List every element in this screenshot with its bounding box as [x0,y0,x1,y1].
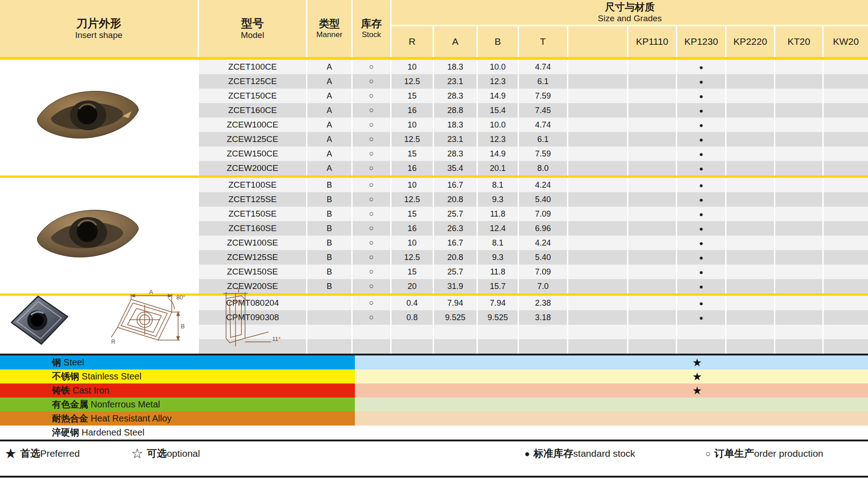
cell-KP1110 [628,89,676,103]
cell-A [434,325,476,339]
insert-shape-cell [0,325,198,339]
cell-KT20 [775,325,822,339]
manner-label-zh: 类型 [319,17,340,30]
cell-blank [568,310,627,325]
cell-KP1110 [628,207,676,221]
cell-manner: B [307,221,351,236]
cell-B: 14.9 [478,89,518,103]
insert-shape-cell [0,192,198,207]
cell-T: 6.1 [519,132,567,147]
column-header-KT20: KT20 [775,26,822,57]
material-tint-band [355,369,868,383]
cell-blank [568,221,627,236]
material-bar-heat-resistant-alloy: 耐热合金 Heat Resistant Alloy [0,412,868,426]
cell-KP1230: ● [677,147,725,161]
material-color-band: 钢 Steel [0,355,355,369]
column-header-T: T [519,26,567,57]
material-label-en: Nonferrous Metal [88,399,160,409]
column-group-size-grades: 尺寸与材质 Size and Grades RABTKP1110KP1230KP… [392,0,868,57]
cell-B: 10.0 [478,118,518,132]
material-label-en: Steel [61,357,84,367]
material-label-zh: 有色金属 [52,399,88,409]
cell-stock: ○ [353,296,390,310]
cell-KP1110 [628,118,676,132]
column-header-stock: 库存 Stock [353,0,390,57]
cell-KP1110 [628,279,676,293]
cell-R: 10 [392,178,433,192]
cell-KT20 [775,89,822,103]
cell-KT20 [775,279,822,293]
cell-KP2220 [726,89,774,103]
cell-T: 6.96 [519,221,567,236]
cell-KP2220 [726,207,774,221]
insert-shape-label-en: Insert shape [75,30,123,41]
cell-stock: ○ [353,60,390,74]
cell-stock: ○ [353,192,390,207]
insert-shape-cell [0,161,198,175]
cell-model: CPMT080204 [199,296,306,310]
cell-KT20 [775,118,822,132]
cell-KP1110 [628,103,676,118]
cell-KP2220 [726,103,774,118]
cell-KP1110 [628,178,676,192]
cell-B: 10.0 [478,60,518,74]
cell-manner [307,296,351,310]
cell-R: 15 [392,147,433,161]
cell-manner: A [307,161,351,175]
cell-KP2220 [726,339,774,354]
material-color-band: 淬硬钢 Hardened Steel [0,426,355,440]
cell-stock: ○ [353,221,390,236]
insert-shape-cell [0,103,198,118]
insert-shape-cell [0,89,198,103]
catalog-page: 刀片外形 Insert shape 型号 Model 类型 Manner 库存 … [0,0,868,478]
cell-B: 8.1 [478,178,518,192]
cell-KP1230: ● [677,118,725,132]
order-production-circle-icon: ○ [705,449,711,458]
cell-A: 28.3 [434,89,476,103]
cell-KP2220 [726,192,774,207]
insert-shape-cell [0,221,198,236]
table-row: ZCET100CEA○1018.310.04.74● [0,60,868,74]
material-label-zh: 淬硬钢 [52,427,79,437]
cell-T: 4.74 [519,60,567,74]
manner-label-en: Manner [316,30,343,39]
cell-KP2220 [726,279,774,293]
material-tint-band [355,412,868,426]
cell-blank [568,296,627,310]
cell-stock: ○ [353,279,390,293]
cell-KP1110 [628,221,676,236]
legend-standard-stock-en: standard stock [573,448,635,459]
cell-KP1110 [628,192,676,207]
cell-stock: ○ [353,178,390,192]
insert-shape-cell [0,236,198,250]
cell-A: 7.94 [434,296,476,310]
material-color-band: 不锈钢 Stainless Steel [0,369,355,383]
cell-model: ZCEW200SE [199,279,306,293]
cell-KP2220 [726,221,774,236]
material-label: 有色金属 Nonferrous Metal [0,398,160,411]
cell-A: 18.3 [434,60,476,74]
cell-KT20 [775,339,822,354]
cell-KW20 [824,89,868,103]
material-tint-band [355,426,868,440]
column-header-insert-shape: 刀片外形 Insert shape [0,0,198,57]
cell-KP1110 [628,161,676,175]
cell-B: 12.3 [478,132,518,147]
cell-KP1110 [628,325,676,339]
cell-blank [568,118,627,132]
cell-B: 8.1 [478,236,518,250]
legend-bar: ★ 首选 Preferred ☆ 可选 optional ● 标准库存 stan… [0,441,868,476]
cell-A: 20.8 [434,250,476,265]
cell-KW20 [824,265,868,279]
cell-KP2220 [726,250,774,265]
cell-KP1110 [628,250,676,265]
material-label-zh: 耐热合金 [52,413,88,423]
table-row: ZCEW150CEA○1528.314.97.59● [0,147,868,161]
table-row: CPMT090308○0.89.5259.5253.18● [0,310,868,325]
cell-T: 3.18 [519,310,567,325]
cell-R: 12.5 [392,250,433,265]
table-row: ZCEW125SEB○12.520.89.35.40● [0,250,868,265]
cell-KW20 [824,132,868,147]
cell-KW20 [824,60,868,74]
cell-KP1230 [677,339,725,354]
